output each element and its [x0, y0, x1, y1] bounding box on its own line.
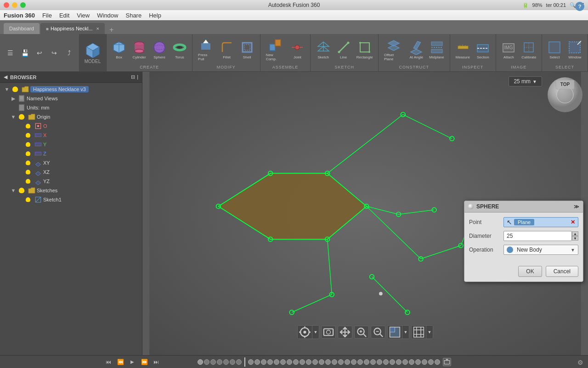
sidebar-toggle-button[interactable]: ☰	[4, 46, 17, 59]
timeline-dot-right-22[interactable]	[383, 359, 389, 365]
tab-close-button[interactable]: ×	[96, 26, 99, 31]
save-button[interactable]: 💾	[18, 46, 31, 59]
point-input[interactable]: ↖ Plane ✕	[503, 217, 578, 227]
modify-press-pull-button[interactable]: Press Pull	[196, 37, 216, 62]
display-tool[interactable]	[388, 326, 402, 339]
inspect-measure-button[interactable]: Measure	[453, 39, 472, 60]
create-sphere-button[interactable]: Sphere	[150, 39, 169, 60]
playback-play-button[interactable]: ▶	[127, 357, 138, 367]
timeline-dot-right-21[interactable]	[377, 359, 382, 365]
menu-edit[interactable]: Edit	[59, 12, 69, 19]
timeline-dot-1[interactable]	[204, 359, 209, 365]
tree-item-sketches[interactable]: ▼ Sketches	[0, 186, 142, 195]
sketches-toggle[interactable]: ▼	[10, 188, 17, 193]
sphere-cancel-button[interactable]: Cancel	[546, 266, 578, 277]
tab-happiness[interactable]: ■ Happiness Neckl... ×	[40, 23, 105, 34]
assemble-new-component-button[interactable]: New Comp.	[264, 37, 287, 62]
sketch-start-button[interactable]: Sketch	[314, 39, 333, 60]
timeline-dot-right-9[interactable]	[300, 359, 305, 365]
timeline-dot-right-8[interactable]	[293, 359, 299, 365]
create-torus-button[interactable]: Torus	[170, 39, 189, 60]
construct-offset-plane-button[interactable]: Offset Plane	[382, 37, 405, 62]
timeline-dot-right-2[interactable]	[254, 359, 260, 365]
assemble-joint-button[interactable]: Joint	[288, 39, 306, 60]
timeline-dot-right-5[interactable]	[274, 359, 279, 365]
tree-item-named-views[interactable]: ▶ Named Views	[0, 94, 142, 103]
timeline-dot-right-4[interactable]	[267, 359, 273, 365]
help-button[interactable]: ?	[575, 2, 584, 11]
playback-first-button[interactable]: ⏮	[103, 357, 114, 367]
zoom-indicator[interactable]: 25 mm ▼	[509, 76, 542, 86]
timeline-dot-4[interactable]	[223, 359, 229, 365]
tree-item-root[interactable]: ▼ Happiness Necklace v3	[0, 85, 142, 94]
browser-settings-icon[interactable]: ⊟	[131, 74, 135, 80]
timeline-dot-right-7[interactable]	[287, 359, 292, 365]
select-tool-button[interactable]: Select	[545, 39, 564, 60]
timeline-dot-right-16[interactable]	[345, 359, 350, 365]
diameter-stepper[interactable]: ▲ ▼	[572, 231, 578, 241]
inspect-section-button[interactable]: Section	[474, 39, 492, 60]
close-button[interactable]	[4, 2, 9, 8]
timeline-dot-right-20[interactable]	[370, 359, 376, 365]
zoom-window-tool[interactable]	[371, 326, 385, 339]
sphere-ok-button[interactable]: OK	[518, 266, 542, 277]
timeline-dot-right-26[interactable]	[409, 359, 414, 365]
menu-share[interactable]: Share	[125, 12, 141, 19]
operation-select[interactable]: New Body ▼	[503, 245, 578, 255]
tree-item-origin-z[interactable]: Z	[0, 149, 142, 158]
settings-button[interactable]: ⚙	[577, 359, 583, 366]
nav-cube[interactable]: TOP	[547, 76, 583, 113]
timeline-dot-right-1[interactable]	[248, 359, 254, 365]
maximize-button[interactable]	[20, 2, 26, 8]
tree-item-units[interactable]: Units: mm	[0, 103, 142, 112]
playback-prev-button[interactable]: ⏪	[115, 357, 126, 367]
new-tab-button[interactable]: +	[106, 26, 117, 34]
sketch-line-button[interactable]: Line	[334, 39, 353, 60]
timeline-dot-right-30[interactable]	[435, 359, 440, 365]
tree-item-origin-xy[interactable]: XY	[0, 158, 142, 167]
tree-item-origin-o[interactable]: O	[0, 121, 142, 131]
diameter-input[interactable]: 25	[503, 231, 572, 241]
grid-dropdown-button[interactable]: ▼	[426, 326, 433, 339]
browser-collapse-icon[interactable]: ◀	[4, 74, 7, 80]
create-cylinder-button[interactable]: Cylinder	[130, 39, 148, 60]
timeline-dot-right-27[interactable]	[415, 359, 421, 365]
image-attach-button[interactable]: IMG Attach	[499, 39, 518, 60]
playback-last-button[interactable]: ⏭	[151, 357, 162, 367]
model-section[interactable]: MODEL	[79, 34, 107, 71]
timeline-dot-right-24[interactable]	[396, 359, 401, 365]
snap-dropdown-button[interactable]: ▼	[312, 326, 319, 339]
zoom-fit-tool[interactable]	[354, 326, 369, 339]
modify-shell-button[interactable]: Shell	[238, 39, 256, 60]
undo-button[interactable]: ↩	[33, 46, 46, 59]
redo-button[interactable]: ↪	[48, 46, 61, 59]
diameter-down-button[interactable]: ▼	[572, 236, 578, 241]
timeline-dot-right-12[interactable]	[319, 359, 324, 365]
timeline-dot-right-25[interactable]	[402, 359, 408, 365]
timeline-dot-right-17[interactable]	[351, 359, 356, 365]
image-calibrate-button[interactable]: Calibrate	[520, 39, 538, 60]
viewport[interactable]: TOP 25 mm ▼ SPHERE ≫ Point	[142, 72, 588, 355]
zoom-dropdown-icon[interactable]: ▼	[532, 79, 537, 84]
timeline-dot-right-19[interactable]	[364, 359, 369, 365]
timeline-dot-right-14[interactable]	[332, 359, 337, 365]
timeline-dot-right-15[interactable]	[338, 359, 344, 365]
tree-item-origin-y[interactable]: Y	[0, 140, 142, 149]
timeline-dot-3[interactable]	[217, 359, 222, 365]
menu-help[interactable]: Help	[149, 12, 161, 19]
menu-fusion360[interactable]: Fusion 360	[4, 12, 35, 19]
tree-item-origin-xz[interactable]: XZ	[0, 167, 142, 177]
timeline-capture-icon[interactable]	[443, 358, 451, 366]
timeline-dot-right-23[interactable]	[390, 359, 395, 365]
display-dropdown-button[interactable]: ▼	[402, 326, 409, 339]
menu-view[interactable]: View	[77, 12, 90, 19]
tree-item-sketch1[interactable]: Sketch1	[0, 195, 142, 204]
tree-item-origin-yz[interactable]: YZ	[0, 177, 142, 186]
timeline-dot-right-11[interactable]	[312, 359, 318, 365]
timeline-dot-right-6[interactable]	[280, 359, 286, 365]
capture-tool[interactable]	[321, 326, 336, 339]
sphere-dialog-expand-icon[interactable]: ≫	[574, 204, 579, 210]
grid-tool[interactable]	[412, 326, 426, 339]
minimize-button[interactable]	[12, 2, 17, 8]
create-box-button[interactable]: Box	[110, 39, 128, 60]
